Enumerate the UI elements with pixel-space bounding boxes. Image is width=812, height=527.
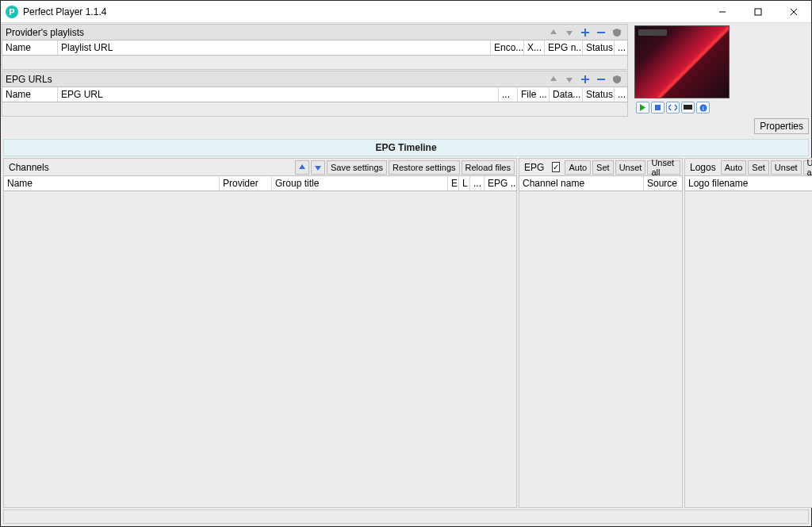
epg-auto-button[interactable]: Auto [565, 160, 591, 175]
epg-urls-panel: EPG URLs Name EPG URL ... Fil [2, 71, 628, 117]
move-down-button[interactable] [562, 73, 576, 86]
move-up-button[interactable] [546, 73, 561, 86]
channels-title: Channels [6, 162, 52, 173]
epg-header-row: Name EPG URL ... File ... Data... Status… [2, 87, 628, 102]
svg-rect-6 [655, 105, 661, 110]
logos-unsetall-button[interactable]: Unset all [803, 160, 812, 175]
playlists-panel: Provider's playlists Name Playlist URL E… [2, 24, 628, 70]
epg-panel-title: EPG URLs [6, 74, 546, 85]
col-name[interactable]: Name [2, 87, 58, 102]
svg-rect-1 [755, 9, 761, 15]
logos-set-button[interactable]: Set [748, 160, 769, 175]
remove-button[interactable] [594, 73, 608, 86]
epg-unsetall-button[interactable]: Unset all [647, 160, 680, 175]
epg-col-source[interactable]: Source [644, 176, 682, 190]
ch-col-epg[interactable]: EPG ... [485, 176, 516, 190]
epg-set-button[interactable]: Set [592, 160, 614, 175]
col-more1[interactable]: ... [499, 87, 518, 102]
channels-column: Channels Save settings Restore settings … [3, 158, 517, 508]
info-button[interactable]: i [696, 102, 710, 113]
logos-auto-button[interactable]: Auto [721, 160, 747, 175]
play-button[interactable] [636, 102, 649, 113]
ch-col-name[interactable]: Name [4, 176, 220, 190]
col-more[interactable]: ... [615, 40, 627, 55]
ch-col-l[interactable]: L [459, 176, 470, 190]
add-button[interactable] [578, 26, 592, 39]
playlists-body[interactable] [2, 56, 628, 70]
logos-col-filename[interactable]: Logo filename [685, 176, 812, 190]
ch-col-group[interactable]: Group title [272, 176, 448, 190]
ch-col-provider[interactable]: Provider [220, 176, 272, 190]
col-status[interactable]: Status [583, 40, 615, 55]
aspect-button[interactable] [666, 102, 680, 113]
channels-body[interactable] [3, 191, 517, 508]
epg-col-channel[interactable]: Channel name [519, 176, 644, 190]
epg-timeline-title: EPG Timeline [375, 142, 436, 153]
move-up-button[interactable] [546, 26, 561, 39]
ch-col-dots[interactable]: ... [470, 176, 485, 190]
video-preview[interactable] [634, 25, 730, 98]
save-settings-button[interactable]: Save settings [327, 160, 387, 175]
epg-column: EPG Auto Set Unset Unset all Channel nam… [519, 158, 683, 508]
restore-settings-button[interactable]: Restore settings [389, 160, 459, 175]
col-status[interactable]: Status [583, 87, 615, 102]
col-url[interactable]: Playlist URL [58, 40, 491, 55]
remove-button[interactable] [594, 26, 608, 39]
move-down-button[interactable] [311, 160, 325, 175]
app-icon: P [6, 6, 18, 18]
logos-unset-button[interactable]: Unset [771, 160, 802, 175]
svg-rect-7 [684, 105, 692, 110]
maximize-button[interactable] [740, 1, 776, 22]
minimize-button[interactable] [704, 1, 740, 22]
add-button[interactable] [578, 73, 592, 86]
reload-files-button[interactable]: Reload files [462, 160, 515, 175]
epg-body[interactable] [2, 102, 628, 117]
screen-button[interactable] [681, 102, 695, 113]
move-up-button[interactable] [295, 160, 309, 175]
col-enco[interactable]: Enco... [491, 40, 524, 55]
logos-column: Logos Auto Set Unset Unset all Logo file… [684, 158, 812, 508]
svg-text:i: i [703, 105, 704, 112]
col-more2[interactable]: ... [615, 87, 627, 102]
epg-checkbox[interactable] [552, 162, 560, 172]
epg-body-list[interactable] [519, 191, 683, 508]
col-x[interactable]: X... [524, 40, 545, 55]
playlists-panel-title: Provider's playlists [6, 27, 546, 38]
status-bar [3, 510, 809, 524]
shield-icon[interactable] [610, 73, 624, 86]
svg-rect-4 [597, 32, 605, 33]
playlists-header-row: Name Playlist URL Enco... X... EPG n... … [2, 40, 628, 56]
epg-col-title: EPG [521, 162, 547, 173]
col-epg[interactable]: EPG n... [545, 40, 583, 55]
col-url[interactable]: EPG URL [58, 87, 499, 102]
col-name[interactable]: Name [2, 40, 58, 55]
col-file[interactable]: File ... [518, 87, 550, 102]
move-down-button[interactable] [562, 26, 576, 39]
logos-body[interactable] [684, 191, 812, 508]
shield-icon[interactable] [610, 26, 624, 39]
stop-button[interactable] [651, 102, 665, 113]
close-button[interactable] [776, 1, 811, 22]
epg-unset-button[interactable]: Unset [615, 160, 646, 175]
app-window: P Perfect Player 1.1.4 Provider's playli… [0, 0, 812, 527]
svg-rect-5 [597, 79, 605, 80]
titlebar: P Perfect Player 1.1.4 [1, 1, 811, 23]
col-data[interactable]: Data... [550, 87, 583, 102]
epg-timeline-bar[interactable]: EPG Timeline [3, 139, 809, 156]
logos-title: Logos [687, 162, 719, 173]
ch-col-e[interactable]: E [448, 176, 459, 190]
window-title: Perfect Player 1.1.4 [23, 6, 106, 17]
properties-button[interactable]: Properties [754, 118, 809, 134]
